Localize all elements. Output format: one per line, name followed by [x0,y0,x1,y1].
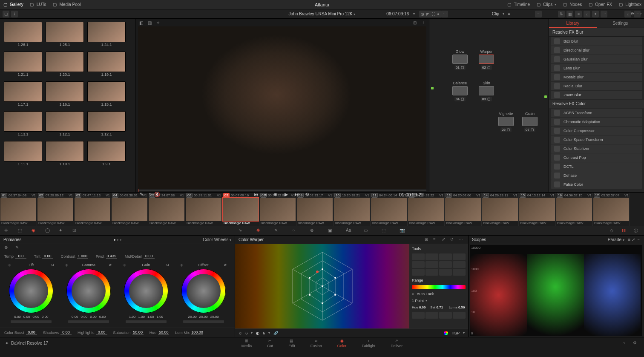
c-key-icon[interactable]: Aa [346,228,352,234]
wheel-gamma[interactable]: ⊹Gamma↺0.000.000.000.00 [65,263,112,323]
wb4[interactable] [453,312,466,319]
fx-directional-blur[interactable]: Directional Blur [551,46,642,55]
wand-icon[interactable]: ✦ [592,11,599,17]
settings-icon[interactable]: ⚙ [633,340,639,346]
page-cut[interactable]: ✂Cut [267,338,273,348]
fx-mosaic-blur[interactable]: Mosaic Blur [551,73,642,81]
stop-button[interactable]: ■ [274,192,280,198]
node-06[interactable]: Vignette06 ▢ [498,112,514,132]
autolock-label[interactable]: Auto Lock [417,292,434,296]
fx-color-stabilizer[interactable]: Color Stabilizer [551,144,642,153]
fx-color-compressor[interactable]: Color Compressor [551,127,642,135]
page-fairlight[interactable]: ♪Fairlight [362,338,375,348]
gallery-thumb[interactable]: 1.19.1 [88,52,125,77]
more-icon[interactable]: ⋯ [601,11,607,17]
viewer-opts-icon[interactable]: ⫶ [420,20,426,26]
clip-03[interactable]: 0307:47:11:13V1Blackmagic RAW [74,193,111,226]
gallery-thumb[interactable]: 1.11.1 [4,141,42,166]
fx-search-icon[interactable]: ⌕ [624,11,631,17]
prev-frame-button[interactable]: ◂ [264,192,270,198]
t-tracker-icon[interactable]: ✦ [59,228,65,234]
topright-clips[interactable]: ▢Clips▾ [536,2,556,7]
c-sizing-icon[interactable]: ▭ [364,228,370,234]
clip-16[interactable]: 1604:56:32:15V1Blackmagic RAW [556,193,593,226]
topright-nodes[interactable]: ▢Nodes [562,2,582,7]
t-qualifier-icon[interactable]: ⬚ [18,228,24,234]
fx-more-icon[interactable]: ⋯ [634,11,641,17]
fx-blur-header[interactable]: Resolve FX Blur [549,28,644,37]
fx-dctl[interactable]: DCTL [551,162,642,171]
node-more-icon[interactable]: ⋯ [535,11,542,17]
w-more-icon[interactable]: ⋯ [459,237,465,243]
fx-gaussian-blur[interactable]: Gaussian Blur [551,55,642,63]
range-strip[interactable] [412,285,466,289]
scope-canvas[interactable]: 100001000100100 [470,245,642,336]
gallery-thumb[interactable]: 1.12.1 [46,112,83,136]
clip-17[interactable]: 1705:52:37:07V1Blackmagic RAW [593,193,630,226]
wf-hue-res[interactable]: 6 [245,331,247,335]
topleft-luts[interactable]: ▢LUTs [29,2,46,7]
gallery-thumb[interactable]: 1.25.1 [46,22,83,47]
fx-color-space-transform[interactable]: Color Space Transform [551,135,642,144]
fx-aces-transform[interactable]: ACES Transform [551,109,642,117]
fx-lens-blur[interactable]: Lens Blur [551,64,642,72]
clip-02[interactable]: 0207:29:09:12V1Blackmagic RAW [37,193,74,226]
wf-sat-res[interactable]: 6 [263,331,265,335]
loop-button[interactable]: ⟲ [305,192,311,198]
warper-canvas[interactable] [235,244,409,328]
wt10[interactable] [426,269,438,276]
adj-mid-detail[interactable]: Mid/Detail0.00 [125,254,155,259]
clip-mode[interactable]: Clip [492,12,499,16]
adj-pivot[interactable]: Pivot0.435 [96,254,117,259]
gallery-thumb[interactable]: 1.21.1 [4,52,42,77]
fx-color-header[interactable]: Resolve FX Color [549,100,644,108]
adj-lum-mix[interactable]: Lum Mix100.00 [175,330,203,335]
node-color-icon[interactable]: ● [435,11,442,17]
node-01[interactable]: Glow01 ▢ [452,49,468,70]
w-expand-icon[interactable]: ⤢ [442,237,448,243]
wt5[interactable] [412,261,425,268]
node-graph[interactable]: Glow01 ▢Warper02 ▢Balance04 ▢Skin03 ▢Vig… [429,19,549,192]
gallery-thumb[interactable]: 1.13.1 [4,112,42,136]
auto-balance-icon[interactable]: ⊕ [4,245,10,251]
sort-icon[interactable]: ⇅ [558,11,565,17]
gallery-thumb[interactable]: 1.15.1 [88,82,125,107]
hsl-sat[interactable]: Sat 0.71 [430,305,447,309]
gallery-thumb[interactable]: 1.12.1 [88,112,125,136]
wb3[interactable] [439,312,452,319]
wt1[interactable] [412,253,425,260]
list-view-icon[interactable]: ≡ [575,11,582,17]
gallery-thumb[interactable]: 1.10.1 [46,141,83,166]
page-color[interactable]: ◉Color [337,338,347,348]
clip-01[interactable]: 0106:37:04:08V1Blackmagic RAW [0,193,37,226]
first-frame-button[interactable]: ⏮ [254,192,260,198]
wt9[interactable] [412,269,425,276]
wt8[interactable] [453,261,466,268]
export-icon[interactable]: ⤓ [11,11,18,17]
t-window-icon[interactable]: ◯ [45,228,51,234]
gallery-thumb[interactable]: 1.16.1 [46,82,83,107]
topleft-gallery[interactable]: ▢Gallery [3,2,23,7]
w-grid-icon[interactable]: ⊞ [425,237,431,243]
c-3d-icon[interactable]: ⬚ [382,228,388,234]
node-04[interactable]: Balance04 ▢ [452,81,468,101]
wheel-lift[interactable]: ⊹Lift↺0.000.000.000.00 [8,263,55,323]
c-stab-icon[interactable]: ▣ [328,228,334,234]
t-blur-icon[interactable]: ⊡ [72,228,78,234]
page-fusion[interactable]: ∞Fusion [310,338,322,348]
wheel-offset[interactable]: ⊹Offset↺25.0025.0025.00 [180,263,227,323]
wt12[interactable] [453,269,466,276]
adj-saturation[interactable]: Saturation50.00 [113,330,144,335]
fx-tab-settings[interactable]: Settings [597,19,644,28]
wheel-gain[interactable]: ⊹Gain↺1.001.001.001.00 [123,263,170,323]
last-frame-button[interactable]: ⏭ [295,192,301,198]
wt4[interactable] [453,253,466,260]
wb2[interactable] [426,312,438,319]
split-icon[interactable]: ▥ [147,20,152,26]
still-grab-icon[interactable]: ▢ [3,11,9,17]
wt2[interactable] [426,253,438,260]
page-media[interactable]: ⊞Media [242,338,252,348]
topright-openfx[interactable]: ▢Open FX [588,2,612,7]
wt11[interactable] [439,269,452,276]
search-icon[interactable]: ⌕ [584,11,590,17]
